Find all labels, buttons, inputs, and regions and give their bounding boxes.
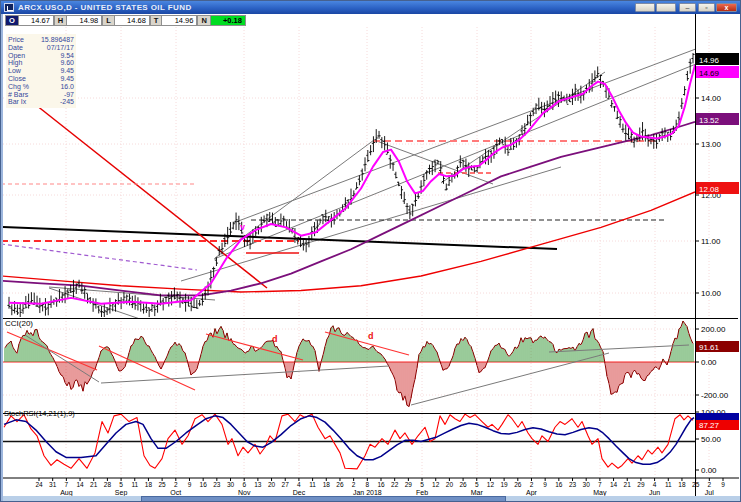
x-axis-day-label: 9 (721, 481, 725, 488)
x-axis-day-label: 30 (227, 481, 235, 488)
x-axis-day-label: 11 (665, 481, 672, 488)
data-window-row: High9.60 (8, 59, 74, 67)
x-axis-day-label: 26 (514, 481, 522, 488)
x-axis-day-label: 24 (35, 481, 43, 488)
divergence-annotation: d (368, 331, 374, 341)
x-axis-day-label: 28 (104, 481, 112, 488)
x-axis-month-label: Feb (416, 489, 428, 496)
quote-last-value: 14.96 (161, 15, 197, 26)
x-axis-day-label: 22 (391, 481, 399, 488)
y-axis-label: 14.00 (701, 94, 722, 103)
fast-magenta-ma (9, 65, 695, 304)
quote-net-label: N (197, 15, 209, 26)
x-axis-day-label: 2 (708, 481, 712, 488)
x-axis-month-label: Mar (471, 489, 484, 496)
x-axis-day-label: 13 (254, 481, 262, 488)
y-axis-label: -200.00 (701, 391, 729, 400)
x-axis-day-label: 18 (145, 481, 153, 488)
x-axis-day-label: 20 (268, 481, 276, 488)
x-axis-day-label: 14 (610, 481, 618, 488)
x-axis-day-label: 20 (446, 481, 454, 488)
x-axis-day-label: 5 (420, 481, 424, 488)
x-axis-month-label: Jul (705, 489, 714, 496)
x-axis-day-label: 5 (119, 481, 123, 488)
x-axis-day-label: 26 (336, 481, 344, 488)
x-axis-day-label: 7 (598, 481, 602, 488)
x-axis-day-label: 11 (131, 481, 138, 488)
h-scrollbar[interactable] (3, 496, 740, 502)
quote-last-label: T (150, 15, 162, 26)
quote-low-value: 14.68 (114, 15, 150, 26)
quote-high-label: H (54, 15, 66, 26)
quote-open-label: O (5, 15, 18, 26)
y-axis-value: 14.96 (699, 56, 720, 65)
x-axis-day-label: 21 (624, 481, 632, 488)
x-axis-day-label: 11 (309, 481, 316, 488)
stochrsi-panel (3, 414, 695, 469)
cci-panel-label: CCI(20) (5, 319, 33, 328)
x-axis-day-label: 31 (49, 481, 57, 488)
x-axis-day-label: 2 (530, 481, 534, 488)
x-axis-day-label: 29 (637, 481, 645, 488)
h-scrollbar-thumb[interactable] (141, 496, 506, 502)
price-panel: v (1, 38, 738, 320)
x-axis-month-label: Nov (238, 489, 251, 496)
x-axis-day-label: 23 (569, 481, 577, 488)
wave-annotation: v (240, 222, 245, 232)
x-axis-day-label: 9 (543, 481, 547, 488)
data-window: Price15.896487 Date07/17/17 Open9.54 Hig… (6, 34, 76, 108)
y-axis-label: 50.00 (701, 435, 722, 444)
data-window-row: Chg %16.0 (8, 83, 74, 91)
y-axis-label: 200.00 (701, 325, 726, 334)
stochrsi-panel-label: StochRSI(14,21(1),9) (4, 409, 75, 418)
data-window-row: Open9.54 (8, 52, 74, 60)
x-axis-day-label: 9 (188, 481, 192, 488)
x-axis-month-label: Dec (293, 489, 306, 496)
y-axis-label: 0.00 (701, 466, 717, 475)
x-axis-day-label: 19 (501, 481, 509, 488)
x-axis-day-label: 25 (692, 481, 700, 488)
x-axis-day-label: 23 (213, 481, 221, 488)
data-window-row: Price15.896487 (8, 36, 74, 44)
x-axis-month-label: Oct (170, 489, 181, 496)
x-axis-day-label: 18 (323, 481, 331, 488)
x-axis-day-label: 7 (65, 481, 69, 488)
x-axis-day-label: 4 (297, 481, 301, 488)
y-axis-value: 91.61 (699, 343, 720, 352)
x-axis-day-label: 26 (459, 481, 467, 488)
app-window: ARCX.USO,D - UNITED STATES OIL FUND – ▫ … (0, 0, 741, 502)
y-axis-label: 0.00 (701, 358, 717, 367)
data-window-row: # Bars-97 (8, 91, 74, 99)
cci-outline (5, 321, 693, 407)
x-axis-month-label: Jan 2018 (353, 489, 382, 496)
data-window-row: Close9.45 (8, 75, 74, 83)
x-axis-day-label: 16 (200, 481, 208, 488)
data-window-row: Date07/17/17 (8, 44, 74, 52)
quote-high-value: 14.98 (66, 15, 102, 26)
data-window-row: Bar Ix-245 (8, 98, 74, 106)
x-axis-day-label: 8 (366, 481, 370, 488)
quote-low-label: L (102, 15, 114, 26)
x-axis-day-label: 6 (242, 481, 246, 488)
quote-strip: O 14.67 H 14.98 L 14.68 T 14.96 N +0.18 (5, 15, 246, 26)
y-axis-value: 87.27 (699, 421, 720, 430)
x-axis-month-label: Jun (649, 489, 660, 496)
data-window-row: Low9.45 (8, 67, 74, 75)
x-axis-day-label: 18 (678, 481, 686, 488)
x-axis-day-label: 16 (555, 481, 563, 488)
window-border-left (1, 14, 3, 502)
y-axis-value: 12.08 (699, 185, 720, 194)
x-axis-day-label: 29 (405, 481, 413, 488)
x-axis-day-label: 30 (583, 481, 591, 488)
y-axis-value: 13.52 (699, 116, 720, 125)
quote-net-change-value: +0.18 (210, 15, 246, 26)
cci-panel: dd (3, 321, 695, 407)
x-axis-day-label: 25 (159, 481, 167, 488)
y-axis-value: 14.69 (699, 69, 720, 78)
x-axis-day-label: 14 (76, 481, 84, 488)
x-axis-day-label: 27 (282, 481, 290, 488)
chart-canvas[interactable]: vdd14.0013.0012.0011.0010.0014.9614.6913… (1, 1, 741, 502)
x-axis-day-label: 2 (352, 481, 356, 488)
y-axis-label: 11.00 (701, 237, 721, 246)
quote-open-value: 14.67 (18, 15, 54, 26)
